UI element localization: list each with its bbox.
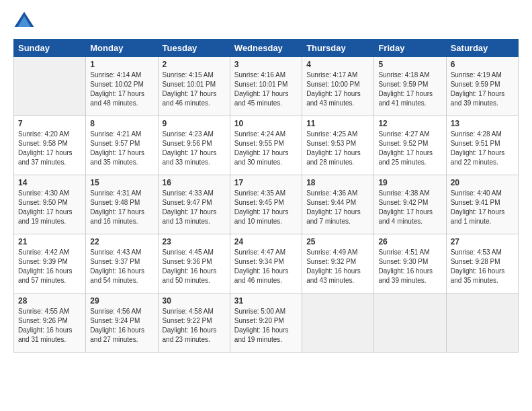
day-info: Sunrise: 4:20 AM Sunset: 9:58 PM Dayligh… [18, 130, 81, 167]
day-info: Sunrise: 4:47 AM Sunset: 9:34 PM Dayligh… [234, 248, 298, 285]
header-day-friday: Friday [374, 40, 446, 57]
calendar-cell: 19Sunrise: 4:38 AM Sunset: 9:42 PM Dayli… [374, 175, 446, 234]
calendar-cell: 23Sunrise: 4:45 AM Sunset: 9:36 PM Dayli… [158, 234, 230, 293]
day-info: Sunrise: 4:58 AM Sunset: 9:22 PM Dayligh… [163, 307, 226, 345]
day-number: 20 [451, 178, 514, 187]
header-day-thursday: Thursday [302, 40, 374, 57]
calendar-cell: 20Sunrise: 4:40 AM Sunset: 9:41 PM Dayli… [446, 175, 518, 234]
day-number: 28 [18, 296, 81, 306]
day-number: 21 [18, 237, 81, 246]
day-info: Sunrise: 4:31 AM Sunset: 9:48 PM Dayligh… [90, 189, 153, 226]
week-row-3: 14Sunrise: 4:30 AM Sunset: 9:50 PM Dayli… [14, 175, 519, 234]
calendar-body: 1Sunrise: 4:14 AM Sunset: 10:02 PM Dayli… [14, 57, 519, 353]
calendar-cell [374, 293, 446, 353]
calendar-cell: 25Sunrise: 4:49 AM Sunset: 9:32 PM Dayli… [302, 234, 374, 293]
day-info: Sunrise: 4:38 AM Sunset: 9:42 PM Dayligh… [378, 189, 441, 226]
day-info: Sunrise: 5:00 AM Sunset: 9:20 PM Dayligh… [234, 307, 298, 345]
day-number: 30 [163, 296, 226, 306]
day-number: 5 [378, 60, 441, 69]
day-info: Sunrise: 4:49 AM Sunset: 9:32 PM Dayligh… [306, 248, 369, 285]
day-info: Sunrise: 4:56 AM Sunset: 9:24 PM Dayligh… [90, 307, 153, 345]
day-number: 9 [163, 119, 226, 128]
day-info: Sunrise: 4:16 AM Sunset: 10:01 PM Daylig… [234, 71, 298, 108]
day-number: 31 [234, 296, 298, 306]
calendar-cell: 26Sunrise: 4:51 AM Sunset: 9:30 PM Dayli… [374, 234, 446, 293]
day-info: Sunrise: 4:51 AM Sunset: 9:30 PM Dayligh… [378, 248, 441, 285]
day-info: Sunrise: 4:25 AM Sunset: 9:53 PM Dayligh… [306, 130, 369, 167]
day-info: Sunrise: 4:23 AM Sunset: 9:56 PM Dayligh… [163, 130, 226, 167]
day-info: Sunrise: 4:33 AM Sunset: 9:47 PM Dayligh… [163, 189, 226, 226]
header-row: SundayMondayTuesdayWednesdayThursdayFrid… [14, 40, 519, 57]
calendar-cell: 21Sunrise: 4:42 AM Sunset: 9:39 PM Dayli… [14, 234, 86, 293]
calendar-cell [14, 57, 86, 116]
week-row-2: 7Sunrise: 4:20 AM Sunset: 9:58 PM Daylig… [14, 116, 519, 175]
day-number: 15 [90, 178, 153, 187]
calendar-cell: 24Sunrise: 4:47 AM Sunset: 9:34 PM Dayli… [230, 234, 302, 293]
day-number: 24 [234, 237, 298, 246]
day-number: 11 [306, 119, 369, 128]
header-day-wednesday: Wednesday [230, 40, 302, 57]
calendar-cell: 7Sunrise: 4:20 AM Sunset: 9:58 PM Daylig… [14, 116, 86, 175]
header-day-saturday: Saturday [446, 40, 518, 57]
day-number: 23 [163, 237, 226, 246]
day-info: Sunrise: 4:27 AM Sunset: 9:52 PM Dayligh… [378, 130, 441, 167]
header [13, 11, 519, 32]
calendar-cell: 14Sunrise: 4:30 AM Sunset: 9:50 PM Dayli… [14, 175, 86, 234]
day-number: 12 [378, 119, 441, 128]
day-number: 17 [234, 178, 298, 187]
calendar-cell: 17Sunrise: 4:35 AM Sunset: 9:45 PM Dayli… [230, 175, 302, 234]
day-number: 3 [234, 60, 298, 69]
calendar-cell: 29Sunrise: 4:56 AM Sunset: 9:24 PM Dayli… [86, 293, 158, 353]
day-info: Sunrise: 4:24 AM Sunset: 9:55 PM Dayligh… [234, 130, 298, 167]
calendar-cell: 4Sunrise: 4:17 AM Sunset: 10:00 PM Dayli… [302, 57, 374, 116]
calendar-header: SundayMondayTuesdayWednesdayThursdayFrid… [14, 40, 519, 57]
day-number: 10 [234, 119, 298, 128]
day-info: Sunrise: 4:35 AM Sunset: 9:45 PM Dayligh… [234, 189, 298, 226]
day-info: Sunrise: 4:43 AM Sunset: 9:37 PM Dayligh… [90, 248, 153, 285]
calendar-cell: 30Sunrise: 4:58 AM Sunset: 9:22 PM Dayli… [158, 293, 230, 353]
day-info: Sunrise: 4:36 AM Sunset: 9:44 PM Dayligh… [306, 189, 369, 226]
calendar-cell: 5Sunrise: 4:18 AM Sunset: 9:59 PM Daylig… [374, 57, 446, 116]
day-info: Sunrise: 4:21 AM Sunset: 9:57 PM Dayligh… [90, 130, 153, 167]
day-number: 26 [378, 237, 441, 246]
calendar-cell [302, 293, 374, 353]
calendar-cell [446, 293, 518, 353]
day-number: 1 [90, 60, 153, 69]
calendar-cell: 1Sunrise: 4:14 AM Sunset: 10:02 PM Dayli… [86, 57, 158, 116]
calendar-cell: 13Sunrise: 4:28 AM Sunset: 9:51 PM Dayli… [446, 116, 518, 175]
logo-icon [13, 11, 35, 32]
calendar-cell: 31Sunrise: 5:00 AM Sunset: 9:20 PM Dayli… [230, 293, 302, 353]
day-info: Sunrise: 4:28 AM Sunset: 9:51 PM Dayligh… [451, 130, 514, 167]
day-number: 16 [163, 178, 226, 187]
calendar-cell: 12Sunrise: 4:27 AM Sunset: 9:52 PM Dayli… [374, 116, 446, 175]
day-number: 8 [90, 119, 153, 128]
calendar-table: SundayMondayTuesdayWednesdayThursdayFrid… [13, 39, 519, 353]
header-day-sunday: Sunday [14, 40, 86, 57]
day-number: 7 [18, 119, 81, 128]
calendar-cell: 6Sunrise: 4:19 AM Sunset: 9:59 PM Daylig… [446, 57, 518, 116]
calendar-cell: 3Sunrise: 4:16 AM Sunset: 10:01 PM Dayli… [230, 57, 302, 116]
calendar-cell: 8Sunrise: 4:21 AM Sunset: 9:57 PM Daylig… [86, 116, 158, 175]
calendar-cell: 10Sunrise: 4:24 AM Sunset: 9:55 PM Dayli… [230, 116, 302, 175]
day-info: Sunrise: 4:15 AM Sunset: 10:01 PM Daylig… [163, 71, 226, 108]
calendar-cell: 2Sunrise: 4:15 AM Sunset: 10:01 PM Dayli… [158, 57, 230, 116]
day-info: Sunrise: 4:53 AM Sunset: 9:28 PM Dayligh… [451, 248, 514, 285]
day-number: 18 [306, 178, 369, 187]
calendar-cell: 15Sunrise: 4:31 AM Sunset: 9:48 PM Dayli… [86, 175, 158, 234]
day-number: 4 [306, 60, 369, 69]
calendar-cell: 18Sunrise: 4:36 AM Sunset: 9:44 PM Dayli… [302, 175, 374, 234]
day-info: Sunrise: 4:19 AM Sunset: 9:59 PM Dayligh… [451, 71, 514, 108]
calendar-cell: 27Sunrise: 4:53 AM Sunset: 9:28 PM Dayli… [446, 234, 518, 293]
day-info: Sunrise: 4:30 AM Sunset: 9:50 PM Dayligh… [18, 189, 81, 226]
day-number: 27 [451, 237, 514, 246]
day-info: Sunrise: 4:40 AM Sunset: 9:41 PM Dayligh… [451, 189, 514, 226]
calendar-cell: 22Sunrise: 4:43 AM Sunset: 9:37 PM Dayli… [86, 234, 158, 293]
calendar-cell: 16Sunrise: 4:33 AM Sunset: 9:47 PM Dayli… [158, 175, 230, 234]
logo [13, 11, 38, 32]
day-number: 25 [306, 237, 369, 246]
header-day-tuesday: Tuesday [158, 40, 230, 57]
week-row-1: 1Sunrise: 4:14 AM Sunset: 10:02 PM Dayli… [14, 57, 519, 116]
day-info: Sunrise: 4:17 AM Sunset: 10:00 PM Daylig… [306, 71, 369, 108]
day-number: 2 [163, 60, 226, 69]
day-info: Sunrise: 4:45 AM Sunset: 9:36 PM Dayligh… [163, 248, 226, 285]
